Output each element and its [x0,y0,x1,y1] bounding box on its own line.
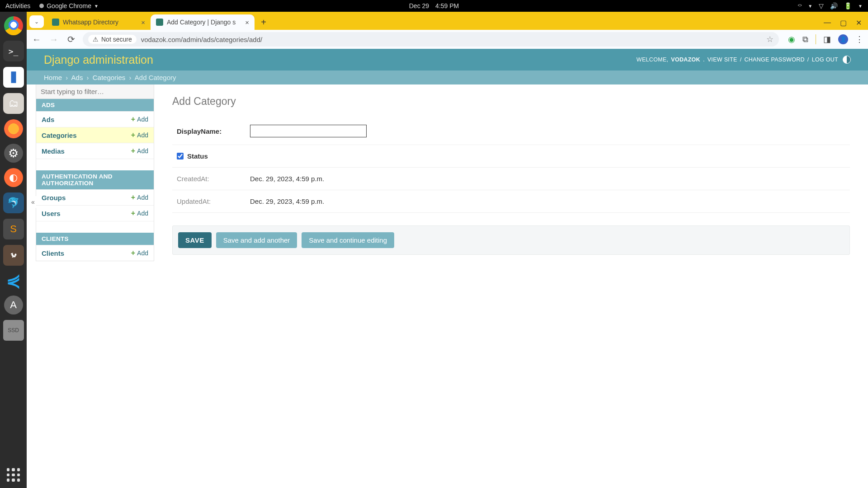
main-content: Add Category DisplayName: Status Created… [154,84,868,273]
tab-close-icon[interactable]: × [245,19,249,26]
sidebar-model-link[interactable]: Ads [42,116,54,123]
django-brand[interactable]: Django administration [44,53,153,66]
breadcrumb-sep: › [64,74,70,81]
sidebar-add-link[interactable]: +Add [131,147,148,155]
sidebar-model-link[interactable]: Medias [42,147,65,155]
displayname-input[interactable] [250,125,367,137]
focused-app-name: Google Chrome [47,2,91,9]
activities-button[interactable]: Activities [5,2,30,9]
browser-tab-whatsapp-directory[interactable]: Whatsapp Directory × [47,14,151,30]
window-maximize-button[interactable]: ▢ [840,19,847,27]
chrome-menu-icon[interactable]: ⋮ [855,34,863,44]
dock-vscode-icon[interactable]: ⋞ [4,271,23,290]
profile-avatar-icon[interactable]: 👤 [838,34,848,44]
user-sep: . [703,56,705,63]
sidebar-model-link[interactable]: Groups [42,194,66,202]
plus-icon: + [131,249,135,257]
focused-app-indicator[interactable]: Google Chrome ▼ [39,2,99,9]
sidebar-add-link[interactable]: +Add [131,131,148,139]
user-tools: WELCOME, VODAZOK. VIEW SITE / CHANGE PAS… [637,56,851,64]
clock-date[interactable]: Dec 29 [409,2,429,9]
dock-terminal-icon[interactable]: >_ [3,41,24,61]
sidebar-filter-input[interactable] [36,84,154,99]
view-site-link[interactable]: VIEW SITE [708,56,737,63]
window-close-button[interactable]: ✕ [856,19,862,27]
sidebar-item-clients: Clients +Add [36,245,154,261]
forward-button[interactable]: → [48,34,59,45]
network-icon[interactable]: ▽ [819,2,824,9]
form-row-createdat: CreatedAt: Dec. 29, 2023, 4:59 p.m. [172,168,850,190]
sidebar-collapse-button[interactable]: « [30,196,36,208]
dock-mysql-workbench-icon[interactable]: 🐬 [3,192,24,213]
favicon-icon [52,19,59,26]
save-button[interactable]: SAVE [178,232,212,248]
dock-firefox-icon[interactable] [4,119,23,138]
tab-title: Whatsapp Directory [63,19,137,26]
browser-tab-add-category[interactable]: Add Category | Django s × [151,14,255,30]
sidebar-add-link[interactable]: +Add [131,249,148,257]
add-label: Add [137,194,148,201]
battery-icon[interactable]: 🔋 [844,2,852,9]
reload-button[interactable]: ⟳ [66,34,76,45]
dock-settings-icon[interactable]: ⚙ [4,144,23,163]
sidebar-model-link[interactable]: Clients [42,249,64,257]
volume-icon[interactable]: 🔊 [830,2,838,9]
theme-toggle-icon[interactable] [843,56,851,64]
tab-close-icon[interactable]: × [141,19,145,26]
dock-disk-icon[interactable]: SSD [3,320,24,341]
add-label: Add [137,249,148,257]
new-tab-button[interactable]: + [257,16,270,28]
logout-link[interactable]: LOG OUT [812,56,838,63]
bookmark-star-icon[interactable]: ☆ [766,34,774,44]
sidebar-item-users: Users +Add [36,205,154,221]
breadcrumb-sep: › [127,74,133,81]
breadcrumb-ads[interactable]: Ads [71,74,83,81]
sidebar-add-link[interactable]: +Add [131,193,148,202]
breadcrumb-current: Add Category [135,74,176,81]
dock-files-icon[interactable]: 🗂 [3,93,24,114]
dock-dbeaver-icon[interactable]: 🐿 [3,245,24,266]
sidebar-add-link[interactable]: +Add [131,209,148,217]
clock-time[interactable]: 4:59 PM [435,2,459,9]
form-row-updatedat: UpdatedAt: Dec. 29, 2023, 4:59 p.m. [172,190,850,213]
dock-software-updater-icon[interactable]: A [4,296,23,314]
chrome-toolbar: ← → ⟳ ⚠ Not secure vodazok.com/admin/ads… [27,30,868,49]
security-label: Not secure [101,36,132,43]
save-and-add-another-button[interactable]: Save and add another [216,232,297,248]
accessibility-icon[interactable]: ⌔ [798,2,802,9]
save-and-continue-button[interactable]: Save and continue editing [302,232,394,248]
createdat-value: Dec. 29, 2023, 4:59 p.m. [250,175,324,183]
extension-adblock-icon[interactable]: ◉ [788,34,795,44]
sidebar-item-ads: Ads +Add [36,111,154,127]
back-button[interactable]: ← [31,34,42,45]
chevron-down-icon: ▼ [808,4,812,9]
sidebar-model-link[interactable]: Categories [42,131,77,139]
add-label: Add [137,210,148,217]
dock-text-editor-icon[interactable] [3,67,24,88]
gnome-top-bar: Activities Google Chrome ▼ Dec 29 4:59 P… [0,0,868,12]
extensions-icon[interactable]: ⧉ [802,35,808,44]
breadcrumb-categories[interactable]: Categories [93,74,126,81]
security-chip[interactable]: ⚠ Not secure [88,35,137,44]
change-password-link[interactable]: CHANGE PASSWORD [744,56,804,63]
dock-sublime-icon[interactable]: S [3,219,24,239]
chrome-indicator-icon [39,4,44,8]
dock-show-applications-icon[interactable] [7,468,20,482]
chevron-down-icon: ▼ [858,4,863,9]
tab-search-button[interactable]: ⌄ [29,15,44,28]
breadcrumb-home[interactable]: Home [44,74,62,81]
displayname-label: DisplayName: [177,127,250,135]
sidebar-add-link[interactable]: +Add [131,115,148,123]
side-panel-icon[interactable]: ◨ [823,34,831,44]
chevron-down-icon: ▼ [94,4,99,9]
plus-icon: + [131,115,135,123]
warning-icon: ⚠ [93,36,99,43]
status-checkbox[interactable] [177,153,184,160]
window-minimize-button[interactable]: — [824,19,831,27]
toolbar-separator [816,34,816,44]
address-bar[interactable]: ⚠ Not secure vodazok.com/admin/ads/categ… [83,32,779,47]
sidebar-model-link[interactable]: Users [42,210,61,217]
dock-postman-icon[interactable]: ◐ [4,168,23,187]
dock-chrome-icon[interactable] [4,16,23,35]
ubuntu-dock: >_ 🗂 ⚙ ◐ 🐬 S 🐿 ⋞ A SSD [0,12,27,488]
